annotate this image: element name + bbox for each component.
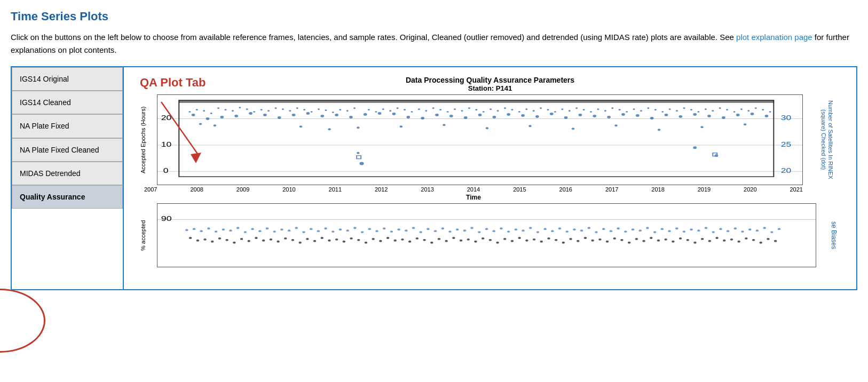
svg-point-258 [313, 240, 316, 242]
svg-point-267 [379, 240, 382, 242]
sidebar-btn-quality-assurance[interactable]: Quality Assurance [12, 185, 123, 209]
svg-point-141 [669, 108, 671, 110]
svg-point-281 [482, 237, 484, 240]
svg-point-174 [295, 227, 298, 229]
svg-point-252 [270, 238, 272, 241]
svg-point-96 [339, 109, 341, 110]
svg-point-240 [778, 228, 780, 230]
svg-line-0 [161, 102, 199, 155]
svg-point-49 [693, 113, 697, 116]
svg-point-92 [311, 111, 313, 113]
svg-point-167 [244, 231, 247, 233]
svg-point-63 [528, 125, 531, 127]
svg-point-38 [535, 115, 539, 118]
svg-point-65 [614, 124, 617, 126]
svg-point-142 [676, 110, 678, 112]
svg-point-160 [193, 228, 195, 230]
svg-point-198 [470, 227, 473, 229]
svg-point-111 [454, 108, 456, 110]
svg-point-26 [364, 113, 367, 116]
svg-point-120 [518, 111, 520, 113]
upper-chart-svg: 0 10 20 20 25 30 [157, 94, 803, 185]
svg-point-260 [328, 240, 330, 242]
sidebar-btn-igs14-cleaned[interactable]: IGS14 Cleaned [12, 91, 123, 114]
plot-explanation-link[interactable]: plot explanation page [736, 33, 812, 42]
svg-point-195 [448, 230, 451, 233]
main-layout: IGS14 Original IGS14 Cleaned NA Plate Fi… [11, 66, 857, 290]
sidebar-btn-na-plate-fixed-cleaned[interactable]: NA Plate Fixed Cleaned [12, 138, 123, 162]
svg-point-140 [661, 111, 664, 113]
svg-point-186 [383, 227, 385, 229]
svg-point-29 [406, 116, 410, 118]
svg-point-28 [392, 113, 396, 115]
svg-point-154 [762, 109, 764, 110]
svg-point-94 [325, 109, 327, 111]
svg-point-280 [474, 241, 477, 243]
svg-point-132 [604, 110, 606, 112]
svg-point-18 [249, 112, 252, 115]
sidebar-btn-midas-detrended[interactable]: MIDAS Detrended [12, 162, 123, 185]
svg-point-106 [418, 108, 420, 110]
svg-point-286 [518, 237, 520, 239]
svg-point-320 [767, 238, 769, 240]
svg-point-234 [734, 227, 737, 229]
svg-point-188 [397, 228, 400, 230]
svg-point-101 [382, 108, 384, 110]
svg-point-138 [647, 107, 649, 109]
svg-point-102 [389, 110, 391, 112]
x-axis-label: Time [144, 194, 803, 201]
y-axis-label-left: Accepted Epochs (Hours) [129, 94, 157, 185]
svg-point-222 [646, 227, 649, 229]
svg-point-203 [507, 230, 510, 233]
svg-text:0: 0 [163, 167, 169, 174]
svg-point-314 [723, 240, 725, 242]
svg-point-21 [292, 114, 296, 116]
svg-point-81 [232, 110, 234, 112]
sidebar-btn-na-plate-fixed[interactable]: NA Plate Fixed [12, 114, 123, 138]
svg-point-127 [569, 110, 571, 112]
svg-point-197 [463, 229, 466, 232]
upper-chart: Accepted Epochs (Hours) 0 10 20 20 25 30 [129, 94, 851, 185]
svg-point-192 [427, 228, 429, 230]
svg-point-239 [770, 231, 773, 233]
svg-point-68 [744, 123, 746, 125]
svg-point-30 [421, 117, 424, 120]
svg-point-135 [626, 111, 628, 113]
svg-point-214 [588, 227, 590, 229]
svg-point-121 [525, 108, 527, 110]
svg-point-40 [564, 116, 568, 119]
svg-point-219 [624, 230, 627, 233]
svg-point-181 [346, 229, 349, 232]
svg-point-125 [554, 111, 556, 113]
svg-point-184 [368, 228, 371, 230]
chart-subtitle: Station: P141 [129, 84, 851, 92]
svg-point-80 [224, 109, 226, 110]
svg-point-288 [533, 238, 535, 241]
sidebar-btn-igs14-original[interactable]: IGS14 Original [12, 67, 123, 91]
svg-point-223 [653, 231, 656, 233]
svg-point-128 [575, 107, 578, 109]
svg-point-44 [621, 113, 625, 116]
svg-point-294 [577, 240, 579, 242]
svg-point-108 [432, 107, 435, 109]
svg-marker-1 [191, 153, 201, 163]
svg-point-118 [504, 107, 506, 109]
bottom-chart: % accepted 90 [129, 203, 851, 267]
svg-point-133 [611, 107, 613, 109]
svg-point-265 [365, 242, 367, 244]
svg-point-62 [486, 127, 488, 129]
svg-point-115 [483, 111, 485, 113]
svg-point-301 [628, 242, 630, 244]
svg-point-231 [712, 231, 714, 233]
svg-point-150 [733, 111, 735, 113]
svg-point-255 [291, 239, 294, 241]
svg-point-262 [343, 241, 345, 243]
svg-point-20 [278, 116, 281, 119]
svg-point-27 [378, 112, 382, 115]
svg-point-72 [693, 146, 697, 149]
svg-point-319 [760, 242, 762, 244]
svg-point-305 [657, 240, 660, 242]
svg-point-145 [697, 111, 699, 113]
svg-point-123 [540, 107, 542, 109]
svg-point-190 [412, 227, 415, 229]
